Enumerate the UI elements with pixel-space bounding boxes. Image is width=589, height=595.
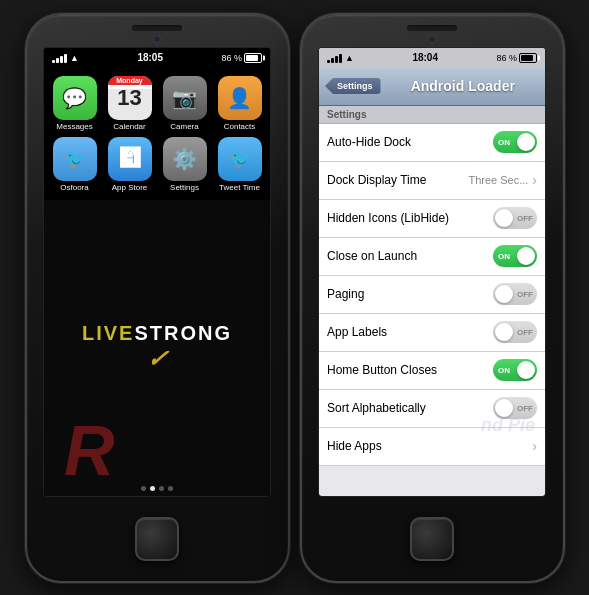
right-phone: ▲ 18:04 86 % Settings Android Loader Set… (300, 13, 565, 583)
right-status-icons: ▲ (327, 53, 354, 63)
right-phone-top (302, 15, 563, 47)
back-button[interactable]: Settings (325, 78, 381, 94)
paging-toggle[interactable]: OFF (493, 283, 537, 305)
app-grid: 💬 Messages Monday 13 Calendar 📷 (44, 68, 270, 200)
calendar-day-number: 13 (117, 87, 141, 109)
left-time: 18:05 (137, 52, 163, 63)
right-home-button[interactable] (410, 517, 454, 561)
left-phone-top (27, 15, 288, 47)
close-on-launch-label: Close on Launch (327, 249, 417, 263)
auto-hide-dock-label: Auto-Hide Dock (327, 135, 411, 149)
right-time: 18:04 (412, 52, 438, 63)
hidden-icons-knob (495, 209, 513, 227)
auto-hide-dock-knob (517, 133, 535, 151)
row-close-on-launch[interactable]: Close on Launch ON (319, 238, 545, 276)
hide-apps-label: Hide Apps (327, 439, 382, 453)
row-sort-alphabetically[interactable]: Sort Alphabetically OFF (319, 390, 545, 428)
calendar-icon: Monday 13 (108, 76, 152, 120)
calendar-day-name: Monday (108, 76, 152, 85)
paging-label: Paging (327, 287, 364, 301)
row-dock-display-time[interactable]: Dock Display Time Three Sec... › (319, 162, 545, 200)
osfoora-icon: 🐦 (53, 137, 97, 181)
row-paging[interactable]: Paging OFF (319, 276, 545, 314)
r-signal-bar-2 (331, 58, 334, 63)
app-messages[interactable]: 💬 Messages (50, 76, 99, 131)
livestrong-bg: LIVESTRONG ✓ R (44, 200, 270, 496)
wifi-icon: ▲ (70, 53, 79, 63)
auto-hide-dock-toggle[interactable]: ON (493, 131, 537, 153)
r-signal-bar-3 (335, 56, 338, 63)
dot-3 (159, 486, 164, 491)
camera-icon: 📷 (163, 76, 207, 120)
left-phone: ▲ 18:05 86 % 💬 Messages (25, 13, 290, 583)
appstore-label: App Store (112, 183, 148, 192)
nav-title: Android Loader (387, 78, 539, 94)
row-hide-apps[interactable]: Hide Apps › (319, 428, 545, 466)
app-labels-knob (495, 323, 513, 341)
dot-2 (150, 486, 155, 491)
left-phone-bottom (135, 497, 179, 581)
app-camera[interactable]: 📷 Camera (160, 76, 209, 131)
home-button-closes-label: Home Button Closes (327, 363, 437, 377)
app-contacts[interactable]: 👤 Contacts (215, 76, 264, 131)
row-hidden-icons[interactable]: Hidden Icons (LibHide) OFF (319, 200, 545, 238)
left-status-bar: ▲ 18:05 86 % (44, 48, 270, 68)
dots-row (141, 486, 173, 491)
app-tweet[interactable]: 🐦 Tweet Time (215, 137, 264, 192)
row-app-labels[interactable]: App Labels OFF (319, 314, 545, 352)
home-button-closes-toggle[interactable]: ON (493, 359, 537, 381)
left-battery: 86 % (221, 53, 262, 63)
left-status-icons: ▲ (52, 53, 79, 63)
settings-label: Settings (170, 183, 199, 192)
settings-list: Auto-Hide Dock ON Dock Display Time Thre… (319, 124, 545, 496)
left-camera-area (153, 35, 161, 43)
r-signal-bar-1 (327, 60, 330, 63)
right-camera-dot (428, 35, 436, 43)
close-on-launch-toggle[interactable]: ON (493, 245, 537, 267)
right-signal-bars (327, 53, 342, 63)
app-labels-toggle[interactable]: OFF (493, 321, 537, 343)
tweet-icon: 🐦 (218, 137, 262, 181)
left-camera-dot (153, 35, 161, 43)
sort-alpha-toggle[interactable]: OFF (493, 397, 537, 419)
paging-knob (495, 285, 513, 303)
r-signal-bar-4 (339, 54, 342, 63)
signal-bars (52, 53, 67, 63)
app-osfoora[interactable]: 🐦 Osfoora (50, 137, 99, 192)
right-battery: 86 % (496, 53, 537, 63)
left-battery-percent: 86 % (221, 53, 242, 63)
camera-label: Camera (170, 122, 198, 131)
dock-display-time-label: Dock Display Time (327, 173, 426, 187)
signal-bar-3 (60, 56, 63, 63)
left-home-button[interactable] (135, 517, 179, 561)
hide-apps-chevron: › (532, 438, 537, 454)
row-home-button-closes[interactable]: Home Button Closes ON (319, 352, 545, 390)
row-auto-hide-dock[interactable]: Auto-Hide Dock ON (319, 124, 545, 162)
close-on-launch-knob (517, 247, 535, 265)
hidden-icons-toggle[interactable]: OFF (493, 207, 537, 229)
left-speaker (132, 25, 182, 31)
appstore-icon: 🅰 (108, 137, 152, 181)
osfoora-label: Osfoora (60, 183, 88, 192)
contacts-icon: 👤 (218, 76, 262, 120)
sort-alpha-label: Sort Alphabetically (327, 401, 426, 415)
right-battery-icon (519, 53, 537, 63)
app-settings[interactable]: ⚙️ Settings (160, 137, 209, 192)
dot-1 (141, 486, 146, 491)
contacts-label: Contacts (224, 122, 256, 131)
left-screen: ▲ 18:05 86 % 💬 Messages (43, 47, 271, 497)
right-speaker (407, 25, 457, 31)
right-screen: ▲ 18:04 86 % Settings Android Loader Set… (318, 47, 546, 497)
sort-alpha-knob (495, 399, 513, 417)
right-status-bar: ▲ 18:04 86 % (319, 48, 545, 68)
app-appstore[interactable]: 🅰 App Store (105, 137, 154, 192)
tweet-label: Tweet Time (219, 183, 260, 192)
dock-display-time-right: Three Sec... › (468, 172, 537, 188)
livestrong-text: LIVESTRONG (82, 322, 232, 345)
signal-bar-2 (56, 58, 59, 63)
signal-bar-4 (64, 54, 67, 63)
app-calendar[interactable]: Monday 13 Calendar (105, 76, 154, 131)
hide-apps-right: › (532, 438, 537, 454)
right-phone-bottom (410, 497, 454, 581)
strong-text: STRONG (134, 322, 232, 344)
